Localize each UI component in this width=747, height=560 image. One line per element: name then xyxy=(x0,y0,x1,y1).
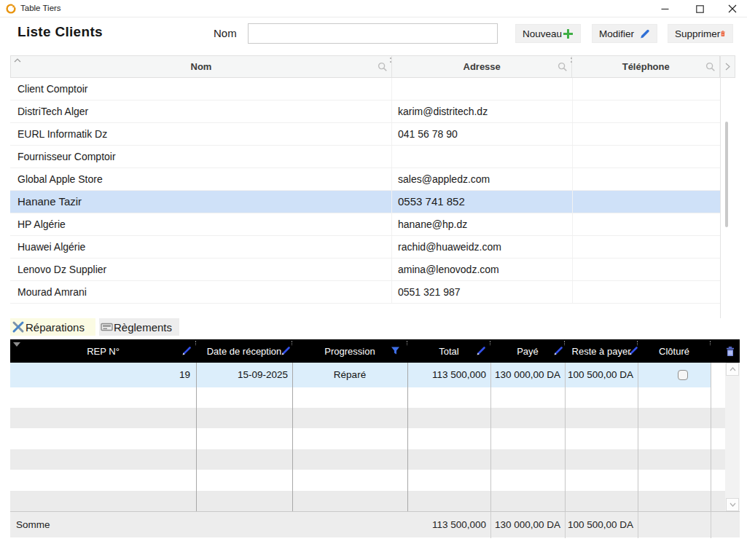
column-header-nom[interactable]: Nom xyxy=(11,56,392,77)
column-header-telephone[interactable]: Téléphone xyxy=(572,56,719,77)
cell-adresse: hanane@hp.dz xyxy=(392,213,573,235)
cloture-checkbox[interactable] xyxy=(678,370,688,380)
cell-adresse xyxy=(392,78,573,100)
table-row[interactable]: Fournisseur Comptoir xyxy=(10,146,720,168)
search-column-icon[interactable] xyxy=(378,62,388,72)
repairs-table: REP N° Date de réception Progression Tot… xyxy=(10,339,740,537)
column-resize-handle[interactable] xyxy=(571,58,572,63)
cell-nom: Huawei Algérie xyxy=(10,236,392,258)
cell-paye: 130 000,00 DA xyxy=(490,363,560,387)
column-chooser-button[interactable] xyxy=(721,55,735,78)
repairs-table-header: REP N° Date de réception Progression Tot… xyxy=(10,339,740,363)
table-row[interactable]: Huawei Algérierachid@huaweidz.com xyxy=(10,236,720,259)
cell-adresse: karim@distritech.dz xyxy=(392,100,573,122)
cell-adresse xyxy=(392,146,573,167)
cash-register-icon xyxy=(101,322,113,332)
column-header-nom-label: Nom xyxy=(191,61,212,72)
edit-column-icon[interactable] xyxy=(476,346,486,356)
summary-reste: 100 500,00 DA xyxy=(565,512,633,538)
column-header-rep-no[interactable]: REP N° xyxy=(10,339,196,363)
chevron-down-icon xyxy=(730,502,736,507)
tab-reglements[interactable]: Règlements xyxy=(99,318,179,336)
column-header-reste[interactable]: Reste à payer xyxy=(565,339,638,363)
chevron-right-icon xyxy=(725,63,730,71)
vertical-scrollbar-thumb[interactable] xyxy=(725,122,728,227)
column-header-cloture-label: Clôturé xyxy=(659,346,689,357)
cell-telephone xyxy=(573,259,720,280)
column-resize-handle[interactable] xyxy=(390,58,391,63)
edit-column-icon[interactable] xyxy=(628,346,638,356)
search-input[interactable] xyxy=(248,23,498,44)
cell-telephone xyxy=(573,123,720,145)
column-header-paye[interactable]: Payé xyxy=(490,339,565,363)
empty-row xyxy=(10,491,725,511)
tab-reglements-label: Règlements xyxy=(114,321,172,334)
column-header-total[interactable]: Total xyxy=(407,339,490,363)
summary-paye: 130 000,00 DA xyxy=(490,512,560,538)
column-header-progression-label: Progression xyxy=(324,346,375,357)
minimize-button[interactable] xyxy=(649,0,680,17)
new-button[interactable]: Nouveau xyxy=(515,24,581,43)
table-row[interactable]: DistriTech Algerkarim@distritech.dz xyxy=(10,100,720,123)
cell-reste: 100 500,00 DA xyxy=(565,363,633,387)
cell-nom: Global Apple Store xyxy=(10,168,392,190)
tools-icon xyxy=(12,320,25,334)
repair-row[interactable]: 19 15-09-2025 Réparé 113 500,000 130 000… xyxy=(10,363,711,387)
column-header-adresse-label: Adresse xyxy=(464,61,501,72)
delete-button-label: Supprimer xyxy=(675,28,720,39)
table-row[interactable]: Global Apple Storesales@appledz.com xyxy=(10,168,720,191)
summary-total: 113 500,000 xyxy=(407,512,486,538)
trash-icon xyxy=(720,28,726,39)
column-header-date[interactable]: Date de réception xyxy=(196,339,292,363)
delete-button[interactable]: Supprimer xyxy=(668,24,733,43)
page-title: Liste Clients xyxy=(17,24,103,40)
table-row-selected[interactable]: Hanane Tazir0553 741 852 xyxy=(10,191,720,213)
edit-button[interactable]: Modifier xyxy=(592,24,657,43)
clients-table: Nom Adresse Téléphone Client Comptoir Di… xyxy=(10,55,735,318)
column-header-progression[interactable]: Progression xyxy=(292,339,407,363)
sort-ascending-icon xyxy=(14,58,21,63)
table-row[interactable]: Client Comptoir xyxy=(10,78,720,100)
cell-telephone xyxy=(573,100,720,122)
filter-icon[interactable] xyxy=(391,346,400,355)
minimize-icon xyxy=(661,5,669,13)
empty-row xyxy=(10,449,725,470)
maximize-icon xyxy=(696,5,704,13)
close-button[interactable] xyxy=(717,0,747,17)
edit-column-icon[interactable] xyxy=(553,346,563,356)
column-header-adresse[interactable]: Adresse xyxy=(392,56,572,77)
cell-telephone xyxy=(573,281,720,303)
column-header-date-label: Date de réception xyxy=(207,346,282,357)
cell-nom: Hanane Tazir xyxy=(10,191,392,213)
search-column-icon[interactable] xyxy=(558,62,568,72)
cell-telephone xyxy=(573,78,720,100)
table-row[interactable]: HP Algériehanane@hp.dz xyxy=(10,213,720,236)
column-header-reste-label: Reste à payer xyxy=(572,346,631,357)
table-row[interactable]: EURL Informatik Dz041 56 78 90 xyxy=(10,123,720,146)
tab-reparations[interactable]: Réparations xyxy=(10,318,95,336)
tab-reparations-label: Réparations xyxy=(26,321,85,334)
table-row[interactable]: Mourad Amrani0551 321 987 xyxy=(10,281,720,304)
cell-telephone xyxy=(573,236,720,258)
cell-adresse: 0553 741 852 xyxy=(392,191,573,213)
app-icon xyxy=(6,4,16,14)
maximize-button[interactable] xyxy=(684,0,715,17)
close-icon xyxy=(728,4,737,13)
search-label: Nom xyxy=(214,27,237,39)
delete-row-icon[interactable] xyxy=(725,346,735,357)
search-column-icon[interactable] xyxy=(705,62,716,72)
cell-telephone xyxy=(573,146,720,167)
cell-nom: Mourad Amrani xyxy=(10,281,392,303)
window-title: Table Tiers xyxy=(20,4,61,12)
cell-telephone xyxy=(573,191,720,213)
table-row[interactable]: Lenovo Dz Supplieramina@lenovodz.com xyxy=(10,259,720,281)
repairs-scrollbar[interactable] xyxy=(725,363,740,511)
edit-column-icon[interactable] xyxy=(281,346,291,356)
cell-nom: EURL Informatik Dz xyxy=(10,123,392,145)
edit-column-icon[interactable] xyxy=(181,346,192,356)
cell-adresse: 041 56 78 90 xyxy=(392,123,573,145)
scroll-up-button[interactable] xyxy=(726,363,739,376)
scroll-down-button[interactable] xyxy=(726,498,739,511)
column-header-cloture[interactable]: Clôturé xyxy=(638,339,711,363)
summary-label: Somme xyxy=(16,512,50,538)
